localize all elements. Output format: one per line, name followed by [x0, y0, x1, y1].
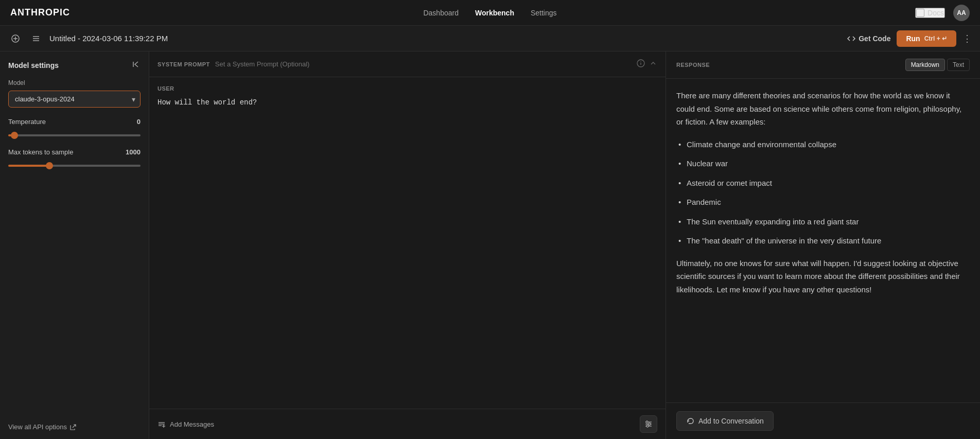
toggle-text[interactable]: Text: [947, 59, 970, 71]
toolbar-right: Get Code Run Ctrl + ↵ ⋮: [847, 30, 972, 47]
panel-header: Model settings: [8, 60, 141, 71]
model-label: Model: [8, 79, 141, 86]
toolbar-title: Untitled - 2024-03-06 11:39:22 PM: [49, 34, 168, 43]
model-settings-title: Model settings: [8, 61, 59, 69]
toggle-markdown[interactable]: Markdown: [905, 59, 945, 71]
max-tokens-label: Max tokens to sample: [8, 148, 73, 156]
external-link-icon: [70, 424, 76, 430]
nav-dashboard[interactable]: Dashboard: [423, 9, 459, 17]
info-icon: [637, 59, 645, 67]
collapse-icon: [131, 60, 141, 69]
run-shortcut: Ctrl + ↵: [924, 35, 947, 42]
right-panel: RESPONSE Markdown Text There are many di…: [666, 51, 980, 439]
system-prompt-bar: SYSTEM PROMPT: [149, 51, 666, 77]
response-toggle: Markdown Text: [905, 59, 970, 71]
nav-right: Docs AA: [915, 5, 970, 21]
temperature-label: Temperature: [8, 118, 46, 126]
nav-links: Dashboard Workbench Settings: [423, 9, 556, 17]
new-button[interactable]: [8, 31, 23, 46]
svg-point-20: [646, 425, 649, 427]
main-layout: Model settings Model claude-3-opus-2024 …: [0, 51, 980, 439]
docs-icon: [916, 9, 924, 17]
user-label: USER: [157, 85, 657, 92]
list-button[interactable]: [29, 31, 43, 46]
run-button[interactable]: Run Ctrl + ↵: [897, 30, 956, 47]
center-settings-button[interactable]: [640, 415, 657, 433]
toolbar-left: Untitled - 2024-03-06 11:39:22 PM: [8, 31, 841, 46]
system-prompt-expand[interactable]: [649, 59, 657, 69]
left-panel: Model settings Model claude-3-opus-2024 …: [0, 51, 149, 439]
response-intro: There are many different theories and sc…: [676, 89, 970, 129]
add-to-conversation-label: Add to Conversation: [698, 417, 764, 425]
system-prompt-actions: [637, 59, 657, 69]
list-item: Asteroid or comet impact: [676, 173, 970, 193]
temperature-container: Temperature 0: [8, 118, 141, 138]
response-bullet-list: Climate change and environmental collaps…: [676, 135, 970, 251]
temperature-row: Temperature 0: [8, 118, 141, 126]
get-code-label: Get Code: [859, 34, 890, 43]
top-nav: ANTHROPIC Dashboard Workbench Settings D…: [0, 0, 980, 26]
code-icon: [847, 34, 855, 43]
user-message[interactable]: How will the world end?: [157, 97, 657, 108]
svg-point-9: [640, 61, 641, 62]
add-messages-icon: [157, 420, 166, 428]
model-select[interactable]: claude-3-opus-2024 claude-3-sonnet claud…: [8, 91, 141, 108]
toolbar: Untitled - 2024-03-06 11:39:22 PM Get Co…: [0, 26, 980, 51]
list-item: Nuclear war: [676, 154, 970, 173]
add-messages-button[interactable]: Add Messages: [157, 420, 214, 428]
response-label: RESPONSE: [676, 62, 710, 68]
avatar[interactable]: AA: [953, 5, 970, 21]
model-select-wrapper: claude-3-opus-2024 claude-3-sonnet claud…: [8, 91, 141, 108]
logo: ANTHROPIC: [10, 7, 70, 18]
max-tokens-value: 1000: [126, 148, 141, 156]
center-panel: SYSTEM PROMPT USER How w: [149, 51, 666, 439]
list-item: Pandemic: [676, 192, 970, 212]
nav-settings[interactable]: Settings: [531, 9, 557, 17]
system-prompt-label: SYSTEM PROMPT: [157, 61, 210, 67]
user-message-area: USER How will the world end?: [149, 77, 666, 409]
docs-button[interactable]: Docs: [915, 8, 945, 18]
add-messages-label: Add Messages: [170, 420, 214, 428]
run-label: Run: [906, 34, 920, 43]
svg-point-19: [649, 423, 651, 425]
max-tokens-row: Max tokens to sample 1000: [8, 148, 141, 156]
max-tokens-container: Max tokens to sample 1000: [8, 148, 141, 168]
list-item: Climate change and environmental collaps…: [676, 135, 970, 154]
center-bottom: Add Messages: [149, 409, 666, 439]
temperature-slider[interactable]: [8, 134, 141, 136]
temperature-value: 0: [137, 118, 141, 126]
svg-point-18: [646, 421, 648, 423]
more-options-button[interactable]: ⋮: [962, 33, 972, 44]
system-prompt-input[interactable]: [215, 60, 632, 68]
chevron-up-icon: [649, 59, 657, 67]
list-item: The Sun eventually expanding into a red …: [676, 212, 970, 232]
view-api-label: View all API options: [8, 423, 67, 431]
response-header: RESPONSE Markdown Text: [666, 51, 980, 79]
response-footer: Add to Conversation: [666, 402, 980, 439]
add-to-conversation-button[interactable]: Add to Conversation: [676, 411, 774, 431]
list-item: The "heat death" of the universe in the …: [676, 231, 970, 251]
list-icon: [32, 34, 40, 43]
view-api-options[interactable]: View all API options: [8, 423, 141, 431]
max-tokens-slider[interactable]: [8, 165, 141, 167]
plus-icon: [11, 34, 20, 43]
collapse-button[interactable]: [131, 60, 141, 71]
docs-label: Docs: [927, 9, 944, 17]
sliders-icon: [644, 420, 653, 428]
response-content: There are many different theories and sc…: [666, 79, 980, 402]
reply-icon: [686, 417, 694, 425]
response-outro: Ultimately, no one knows for sure what w…: [676, 257, 970, 296]
get-code-button[interactable]: Get Code: [847, 34, 890, 43]
nav-workbench[interactable]: Workbench: [475, 9, 514, 17]
system-prompt-info[interactable]: [637, 59, 645, 69]
